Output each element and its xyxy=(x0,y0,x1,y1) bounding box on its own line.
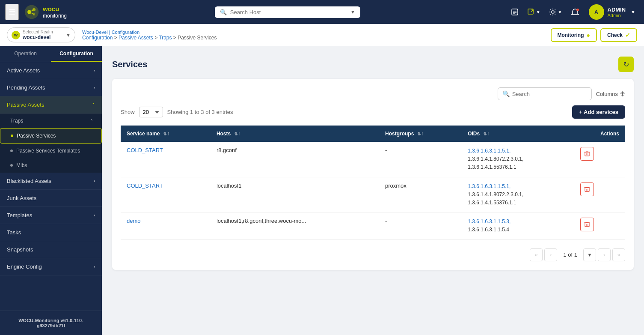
search-input[interactable] xyxy=(512,91,587,97)
search-host-input[interactable] xyxy=(230,9,347,15)
refresh-button[interactable]: ↻ xyxy=(618,57,634,72)
breadcrumb-passive-assets[interactable]: Passive Assets xyxy=(119,35,153,41)
show-select[interactable]: 20 50 100 xyxy=(139,107,163,117)
cell-service-name[interactable]: COLD_START xyxy=(121,142,211,177)
page-first-button[interactable]: « xyxy=(530,248,543,261)
tab-operation[interactable]: Operation xyxy=(0,46,51,62)
svg-point-0 xyxy=(25,5,39,19)
svg-point-16 xyxy=(576,9,579,11)
sidebar-item-passive-assets[interactable]: Passive Assets ⌃ xyxy=(0,96,102,114)
main-content: Services ↻ 🔍 Columns ⁜ Show xyxy=(102,46,644,335)
table-row: COLD_START r8.gconf - 1.3.6.1.6.3.1.1.5.… xyxy=(121,142,625,177)
settings-chevron-icon: ▼ xyxy=(558,10,562,15)
check-status-icon: ✓ xyxy=(625,32,630,39)
content-card: 🔍 Columns ⁜ Show 20 50 100 Showi xyxy=(112,79,634,270)
cell-actions xyxy=(574,212,626,239)
delete-button[interactable] xyxy=(580,147,594,161)
cell-hostgroups: proxmox xyxy=(379,177,462,212)
entries-label: Showing 1 to 3 of 3 entries xyxy=(167,109,233,115)
pagination: « ‹ 1 of 1 ▼ › » xyxy=(121,248,625,261)
pst-dot xyxy=(10,150,13,152)
user-chevron-icon: ▼ xyxy=(631,9,635,15)
active-assets-chevron-icon: › xyxy=(94,68,95,73)
user-info: ADMIN Admin xyxy=(608,6,626,18)
table-row: demo localhost1,r8.gconf,three.wocu-mo..… xyxy=(121,212,625,239)
delete-button[interactable] xyxy=(580,218,594,231)
services-table: Service name ⇅ ⁝ Hosts ⇅ ⁝ Hostgroups ⇅ … xyxy=(121,126,625,240)
page-prev-button[interactable]: ‹ xyxy=(544,248,557,261)
search-host-box[interactable]: 🔍 ▼ xyxy=(215,6,360,18)
cell-hostgroups: - xyxy=(379,212,462,239)
subheader: W Selected Realm wocu-devel ▼ Wocu-Devel… xyxy=(0,24,644,46)
sort-hostgroups-icon[interactable]: ⇅ ⁝ xyxy=(417,132,423,136)
layout: Operation Configuration Active Assets › … xyxy=(0,46,644,335)
sort-service-name-icon[interactable]: ⇅ ⁝ xyxy=(163,132,169,136)
sidebar-item-active-assets[interactable]: Active Assets › xyxy=(0,62,102,79)
passive-assets-submenu: Traps ⌃ Passive Services Passive Service… xyxy=(0,114,102,173)
cell-service-name[interactable]: demo xyxy=(121,212,211,239)
app-name: wocu monitoring xyxy=(43,5,67,19)
sort-hosts-icon[interactable]: ⇅ ⁝ xyxy=(234,132,240,136)
search-chevron-icon: ▼ xyxy=(350,9,355,15)
trash-icon xyxy=(584,186,590,192)
monitoring-button[interactable]: Monitoring ● xyxy=(551,28,597,42)
svg-point-1 xyxy=(27,10,31,14)
page-title: Services xyxy=(112,60,147,69)
app-logo: wocu monitoring xyxy=(24,4,67,20)
svg-rect-25 xyxy=(585,223,589,227)
external-link-button[interactable]: ▼ xyxy=(525,6,543,18)
table-header: Service name ⇅ ⁝ Hosts ⇅ ⁝ Hostgroups ⇅ … xyxy=(121,126,625,142)
search-icon: 🔍 xyxy=(502,90,510,97)
svg-point-14 xyxy=(552,11,554,13)
page-last-button[interactable]: » xyxy=(612,248,625,261)
reports-button[interactable] xyxy=(508,6,521,18)
sidebar-item-templates[interactable]: Templates › xyxy=(0,207,102,224)
columns-button[interactable]: Columns ⁜ xyxy=(596,90,625,98)
tab-configuration[interactable]: Configuration xyxy=(51,46,102,62)
delete-button[interactable] xyxy=(580,182,594,196)
col-actions: Actions xyxy=(574,126,626,142)
settings-button[interactable]: ▼ xyxy=(546,6,565,18)
sidebar-item-engine-config[interactable]: Engine Config › xyxy=(0,258,102,275)
sidebar-item-junk-assets[interactable]: Junk Assets xyxy=(0,190,102,207)
sidebar-item-passive-services[interactable]: Passive Services xyxy=(0,128,102,144)
templates-chevron-icon: › xyxy=(94,213,95,218)
hamburger-button[interactable]: ☰ xyxy=(5,4,19,20)
search-wrap: 🔍 ▼ xyxy=(72,6,503,18)
sidebar-item-passive-services-templates[interactable]: Passive Services Templates xyxy=(0,144,102,158)
add-services-button[interactable]: + Add services xyxy=(572,105,625,119)
breadcrumb-traps[interactable]: Traps xyxy=(159,35,172,41)
realm-icon: W xyxy=(12,31,20,39)
sidebar-item-mibs[interactable]: Mibs xyxy=(0,158,102,173)
col-oids: OIDs ⇅ ⁝ xyxy=(462,126,574,142)
sort-oids-icon[interactable]: ⇅ ⁝ xyxy=(483,132,489,136)
realm-selector[interactable]: W Selected Realm wocu-devel ▼ xyxy=(7,27,75,42)
sidebar-item-blacklisted-assets[interactable]: Blacklisted Assets › xyxy=(0,173,102,190)
subheader-actions: Monitoring ● Check ✓ xyxy=(551,28,637,42)
table-body: COLD_START r8.gconf - 1.3.6.1.6.3.1.1.5.… xyxy=(121,142,625,239)
sidebar-tabs: Operation Configuration xyxy=(0,46,102,62)
page-next-button[interactable]: › xyxy=(598,248,611,261)
navbar: ☰ wocu monitoring 🔍 ▼ xyxy=(0,0,644,24)
breadcrumb-path: Configuration > Passive Assets > Traps >… xyxy=(82,35,544,41)
breadcrumb: Wocu-Devel | Configuration Configuration… xyxy=(82,30,544,41)
notifications-button[interactable] xyxy=(568,6,582,18)
cell-hosts: localhost1,r8.gconf,three.wocu-mo... xyxy=(211,212,379,239)
show-label: Show xyxy=(121,109,135,115)
toolbar-left: Show 20 50 100 Showing 1 to 3 of 3 entri… xyxy=(121,107,233,117)
sidebar-item-tasks[interactable]: Tasks xyxy=(0,224,102,241)
col-hosts: Hosts ⇅ ⁝ xyxy=(211,126,379,142)
traps-group-header[interactable]: Traps ⌃ xyxy=(0,114,102,128)
cell-hostgroups: - xyxy=(379,142,462,177)
page-dropdown-button[interactable]: ▼ xyxy=(583,248,596,261)
user-menu[interactable]: A ADMIN Admin ▼ xyxy=(585,3,639,21)
search-box[interactable]: 🔍 xyxy=(498,87,592,100)
breadcrumb-config[interactable]: Configuration xyxy=(82,35,113,41)
page-info: 1 of 1 xyxy=(559,251,582,258)
monitoring-status-icon: ● xyxy=(587,32,590,39)
sidebar-item-pending-assets[interactable]: Pending Assets › xyxy=(0,79,102,96)
check-button[interactable]: Check ✓ xyxy=(600,28,637,42)
traps-chevron-icon: ⌃ xyxy=(90,119,93,123)
sidebar-item-snapshots[interactable]: Snapshots xyxy=(0,241,102,258)
cell-service-name[interactable]: COLD_START xyxy=(121,177,211,212)
